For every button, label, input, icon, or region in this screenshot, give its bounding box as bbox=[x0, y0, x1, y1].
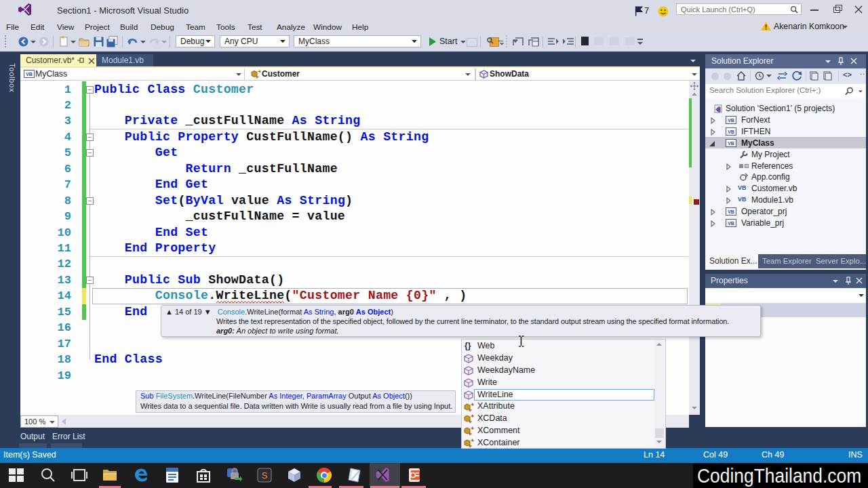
svg-text:S: S bbox=[262, 470, 268, 481]
